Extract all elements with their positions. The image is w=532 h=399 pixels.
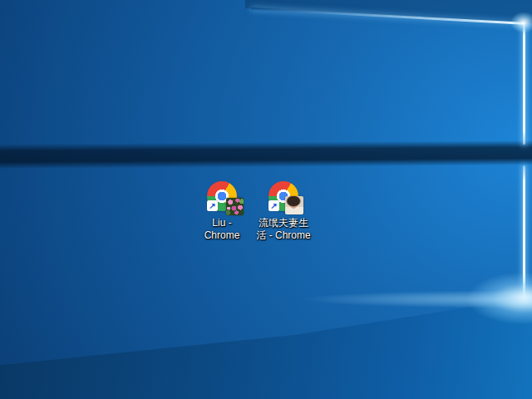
icon-label-line: 流氓夫妻生 [256,217,310,229]
wallpaper-beam-junction-glow [511,12,532,32]
wallpaper-vertical-light-line-upper [523,22,525,145]
icon-label-liu-chrome: Liu - Chrome [204,217,240,242]
shortcut-arrow-icon: ↗ [268,200,279,211]
shortcut-arrow-glyph: ↗ [209,202,215,210]
desktop-icon-liu-chrome[interactable]: ↗ Liu - Chrome [190,178,254,242]
shortcut-arrow-icon: ↗ [207,200,218,211]
wallpaper-dark-band [0,140,532,170]
wallpaper-horizontal-light-streak [299,290,532,308]
icon-label-line: Chrome [204,229,240,242]
chrome-shortcut-icon: ↗ [207,181,237,211]
desktop-icon-liumang-fuqi-shenghuo-chrome[interactable]: ↗ 流氓夫妻生 活 - Chrome [252,178,315,242]
icon-label-line: Liu - [204,217,240,229]
shortcut-arrow-glyph: ↗ [270,202,277,210]
profile-photo-badge-flowers [226,198,244,215]
profile-photo-badge-portrait [285,196,303,214]
desktop[interactable]: ↗ Liu - Chrome ↗ 流氓夫妻生 活 - Chrome [0,0,532,399]
chrome-shortcut-icon: ↗ [268,181,298,211]
icon-label-line: 活 - Chrome [256,229,310,242]
icon-label-liumang-fuqi-shenghuo-chrome: 流氓夫妻生 活 - Chrome [256,217,310,242]
